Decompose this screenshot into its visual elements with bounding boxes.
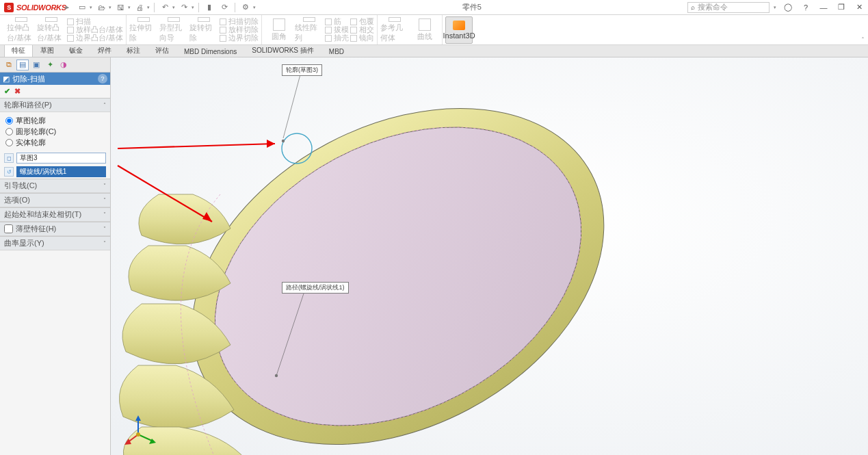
curves-button: 曲线 [410,17,439,43]
feature-manager-icon[interactable]: ⧉ [3,60,15,70]
close-button[interactable]: ✕ [853,1,865,14]
breadcrumb-expand-icon[interactable]: ▸ [118,61,120,67]
display-style-icon[interactable]: ▣ [485,60,496,71]
chevron-up-icon: ˄ [103,102,106,108]
apply-scene-icon[interactable]: ▢ [538,60,549,71]
zoom-area-icon[interactable]: 🔍 [424,60,435,71]
previous-view-icon[interactable]: ↩ [438,60,449,71]
svg-marker-12 [202,212,212,222]
dimxpert-icon[interactable]: ✦ [44,60,56,70]
design-library-icon[interactable]: ▤ [854,90,865,101]
ribbon-collapse-icon[interactable]: ˆ [862,36,864,43]
curvature-display-section[interactable]: 曲率显示(Y)˅ [0,236,110,250]
svg-line-11 [118,166,212,222]
tab-features[interactable]: 特征 [4,44,33,57]
display-manager-icon[interactable]: ◑ [57,60,70,70]
select-button[interactable]: ▮ [203,1,215,14]
start-end-tangency-section[interactable]: 起始处和结束处相切(T)˅ [0,207,110,222]
new-doc-button[interactable]: ▭ [76,1,88,14]
hide-show-icon[interactable]: 👁 [505,60,516,71]
tab-mbd[interactable]: MBD [321,46,352,57]
chevron-down-icon: ˅ [103,183,106,189]
app-logo: S SOLIDWORKS ▶ [0,3,72,12]
solidworks-logo-icon: S [4,3,14,12]
ok-button[interactable]: ✔ [4,87,10,96]
path-value[interactable]: 螺旋线/涡状线1 [16,166,106,177]
profile-selector[interactable]: ◻ 草图3 [4,153,106,164]
tab-weldments[interactable]: 焊件 [90,44,119,57]
svg-point-19 [136,432,140,437]
tab-evaluate[interactable]: 评估 [148,44,176,57]
svg-rect-0 [111,57,868,455]
confirm-ok-icon[interactable]: ✔ [838,79,850,97]
window-minimize-icon[interactable]: — [832,59,842,68]
appearances-icon[interactable] [854,116,865,127]
svg-point-4 [282,133,312,164]
svg-line-5 [283,75,300,138]
restore-button[interactable]: ❐ [835,1,847,14]
tab-sketch[interactable]: 草图 [33,44,62,57]
confirm-cancel-icon[interactable]: ✖ [839,99,850,114]
breadcrumb[interactable]: ▸ ⬢ 零件5（默认<<默认>_显... [118,59,221,69]
solid-profile-radio[interactable]: 实体轮廓 [5,138,105,148]
property-manager-icon[interactable]: ▤ [16,60,29,70]
circular-profile-radio[interactable]: 圆形轮廓(C) [5,127,105,137]
profile-slot-icon: ◻ [4,153,14,163]
cancel-button[interactable]: ✖ [14,87,21,96]
edit-appearance-icon[interactable]: ◉ [525,60,536,71]
minimize-button[interactable]: — [817,1,830,14]
part-icon: ⬢ [123,60,130,68]
redo-button[interactable]: ↷ [178,1,190,14]
profile-callout[interactable]: 轮廓(草图3) [282,64,322,76]
view-port-split-icon[interactable]: ⊞ [809,59,819,68]
view-orientation-icon[interactable]: ◫ [471,60,482,71]
instant3d-button[interactable]: Instant3D [445,16,473,44]
view-port-link-icon[interactable]: ⧉ [821,59,830,68]
graphics-viewport[interactable]: ▸ ⬢ 零件5（默认<<默认>_显... ⤢ 🔍 ↩ ▦ ◫ ▣ 👁 ◉ ▢ 🖵… [111,57,868,455]
rebuild-button[interactable]: ⟳ [218,1,231,14]
path-selector[interactable]: ↺ 螺旋线/涡状线1 [4,166,106,177]
profile-value[interactable]: 草图3 [16,153,106,164]
zoom-fit-icon[interactable]: ⤢ [410,60,421,71]
undo-button[interactable]: ↶ [159,1,171,14]
options-section[interactable]: 选项(O)˅ [0,193,110,207]
app-menu-caret-icon[interactable]: ▶ [65,5,68,10]
panel-tab-icons: ⧉ ▤ ▣ ✦ ◑ [0,57,110,73]
svg-marker-14 [135,415,141,421]
tab-annotate[interactable]: 标注 [119,44,148,57]
svg-line-15 [138,434,153,441]
path-callout[interactable]: 路径(螺旋线/涡状线1) [282,282,349,294]
chevron-down-icon: ˅ [103,211,106,218]
tab-addins[interactable]: SOLIDWORKS 插件 [244,44,321,57]
guide-curves-section[interactable]: 引导线(C)˅ [0,179,110,193]
pm-title-bar: ◩ 切除-扫描 ? [0,73,110,85]
custom-properties-icon[interactable]: ☰ [854,129,865,140]
view-triad[interactable] [124,414,159,448]
section-view-icon[interactable]: ▦ [451,60,462,71]
reference-geometry-button: 参考几何体 [380,17,409,43]
chevron-down-icon: ˅ [103,197,106,203]
print-button[interactable]: 🖨 [133,1,146,14]
view-settings-icon[interactable]: 🖵 [558,60,569,71]
sw-resources-icon[interactable]: ⌂ [854,77,865,88]
window-maximize-icon[interactable]: □ [844,59,854,68]
file-explorer-icon[interactable]: ▥ [854,103,865,114]
window-controls-inner: ⊞ ⧉ — □ ✕ [809,59,865,68]
save-button[interactable]: 🖫 [114,1,127,14]
configuration-manager-icon[interactable]: ▣ [30,60,42,70]
chevron-down-icon: ˅ [103,240,106,246]
profile-path-section-header[interactable]: 轮廓和路径(P)˄ [0,98,110,112]
help-button[interactable]: ? [800,1,812,14]
tab-sheetmetal[interactable]: 钣金 [62,44,90,57]
tab-mbd-dimensions[interactable]: MBD Dimensions [176,46,244,57]
window-close-icon[interactable]: ✕ [856,59,865,68]
user-icon[interactable]: ◯ [782,1,794,14]
thin-feature-section[interactable]: 薄壁特征(H)˅ [0,222,110,236]
help-icon[interactable]: ? [98,74,107,83]
sketch-profile-radio[interactable]: 草图轮廓 [5,116,105,126]
search-input[interactable]: ⌕ 搜索命令 [687,2,770,13]
open-doc-button[interactable]: 🗁 [95,1,107,14]
svg-point-8 [275,374,278,377]
thin-feature-checkbox[interactable] [4,224,13,233]
options-button[interactable]: ⚙ [239,1,252,14]
